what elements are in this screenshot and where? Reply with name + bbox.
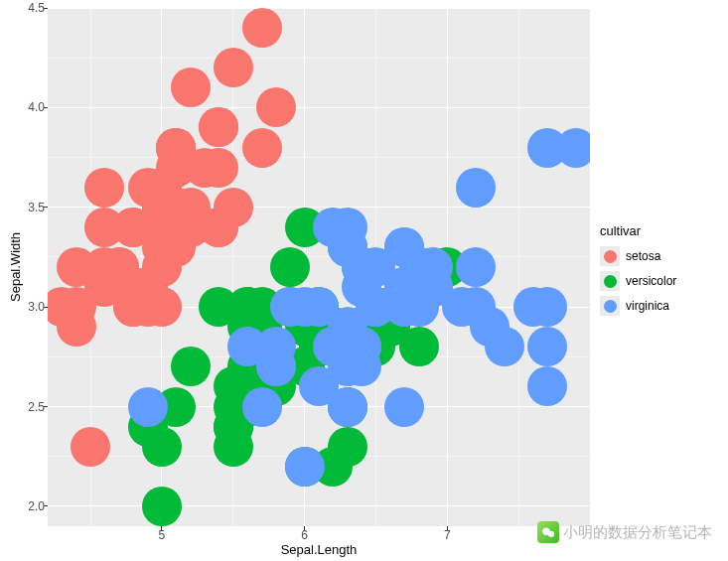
point-virginica [328, 327, 367, 366]
point-setosa [113, 287, 153, 327]
y-axis-title: Sepal.Width [6, 8, 24, 526]
point-virginica [270, 287, 310, 327]
tick-label-x: 7 [444, 528, 451, 542]
point-virginica [285, 447, 325, 487]
tick-label-y: 4.5 [5, 1, 45, 15]
point-versicolor [270, 247, 310, 287]
tick-label-y: 4.0 [5, 100, 45, 114]
point-setosa [57, 287, 96, 327]
point-versicolor [142, 427, 182, 467]
legend-key [600, 246, 620, 266]
legend-item-versicolor: versicolor [600, 271, 676, 291]
legend-title: cultivar [600, 223, 676, 238]
tick-label-y: 2.0 [5, 499, 45, 513]
tick-label-x: 5 [159, 528, 166, 542]
circle-icon [604, 300, 617, 313]
legend-label: versicolor [626, 274, 676, 288]
circle-icon [604, 250, 617, 263]
legend-label: virginica [626, 299, 669, 313]
point-virginica [384, 387, 424, 427]
point-virginica [527, 366, 567, 406]
point-setosa [185, 148, 224, 188]
point-setosa [242, 8, 282, 48]
point-setosa [171, 68, 211, 107]
plot-panel [48, 8, 590, 526]
legend-label: setosa [626, 249, 660, 263]
point-virginica [356, 287, 395, 327]
legend-item-virginica: virginica [600, 296, 676, 316]
point-virginica [456, 247, 496, 287]
point-setosa [84, 168, 124, 208]
tick-label-y: 3.5 [5, 201, 45, 214]
point-virginica [328, 387, 367, 427]
legend-key [600, 271, 620, 291]
grid-line-minor-h [48, 157, 590, 158]
point-setosa [71, 427, 110, 467]
scatter-chart: Sepal.Length Sepal.Width cultivar setosa… [0, 0, 728, 561]
grid-line-h [48, 505, 590, 506]
point-virginica [556, 128, 590, 168]
legend-key [600, 296, 620, 316]
grid-line-h [48, 8, 590, 9]
grid-line-minor-v [518, 8, 519, 526]
tick-label-x: 6 [301, 528, 308, 542]
point-setosa [242, 128, 282, 168]
point-versicolor [399, 327, 439, 366]
point-versicolor [171, 347, 211, 386]
legend-item-setosa: setosa [600, 246, 676, 266]
point-virginica [256, 347, 296, 386]
circle-icon [604, 275, 617, 288]
point-versicolor [142, 487, 182, 526]
point-setosa [84, 247, 124, 287]
point-virginica [384, 227, 424, 267]
point-setosa [142, 188, 182, 227]
x-axis-title: Sepal.Length [48, 542, 590, 557]
point-virginica [456, 168, 496, 208]
svg-point-1 [547, 530, 553, 536]
point-versicolor [328, 427, 367, 467]
grid-line-h [48, 107, 590, 108]
point-virginica [485, 327, 524, 366]
point-virginica [456, 287, 496, 327]
svg-point-0 [542, 527, 550, 535]
point-setosa [199, 107, 238, 147]
point-virginica [527, 287, 567, 327]
legend: cultivar setosaversicolorvirginica [600, 223, 676, 321]
tick-label-y: 2.5 [5, 400, 45, 414]
grid-line-minor-h [48, 58, 590, 59]
point-setosa [214, 48, 253, 87]
point-virginica [527, 327, 567, 366]
point-virginica [242, 387, 282, 427]
tick-label-y: 3.0 [5, 300, 45, 314]
point-virginica [128, 387, 168, 427]
point-setosa [142, 227, 182, 267]
point-virginica [313, 208, 353, 247]
point-setosa [214, 188, 253, 227]
point-setosa [256, 87, 296, 127]
